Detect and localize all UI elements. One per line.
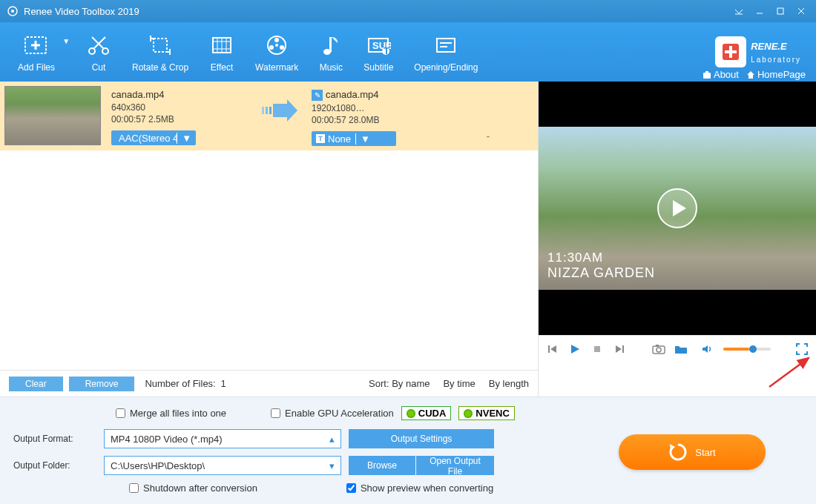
output-filename: ✎canada.mp4 [312,89,450,101]
brand-text: RENE.E Laboratory [751,38,801,67]
close-button[interactable] [792,4,810,19]
svg-point-25 [275,44,278,47]
svg-rect-39 [269,107,272,114]
input-resolution: 640x360 [111,102,249,113]
card-icon [433,31,458,59]
chevron-up-icon: ▴ [329,434,335,445]
volume-slider[interactable] [723,348,771,351]
minimize-button[interactable] [751,4,769,19]
preview-panel: 11:30AM NIZZA GARDEN [539,82,816,397]
file-list-panel: canada.mp4 640x360 00:00:57 2.5MB AAC(St… [0,82,539,397]
volume-icon[interactable] [701,342,714,356]
svg-rect-32 [437,39,455,52]
audio-tag-dropdown[interactable]: AAC(Stereo 4 ▼ [111,130,196,145]
snapshot-button[interactable] [652,342,665,356]
list-footer: Clear Remove Number of Files: 1 Sort: By… [0,370,538,397]
rotate-crop-button[interactable]: Rotate & Crop [122,22,199,82]
homepage-link[interactable]: HomePage [746,69,806,80]
next-button[interactable] [613,342,626,356]
reel-icon [264,31,289,59]
sort-label: Sort: By name [369,378,430,389]
shutdown-checkbox[interactable]: Shutdown after conversion [129,483,257,494]
menu-caret-icon[interactable] [730,4,748,19]
titlebar: Renee Video Toolbox 2019 [0,0,816,22]
svg-point-22 [274,38,279,42]
window-title: Renee Video Toolbox 2019 [24,6,139,17]
svg-point-1 [11,10,14,13]
subtitle-button[interactable]: SUBT Subtitle [353,22,404,82]
nvenc-badge: NVENC [458,406,515,420]
sort-by-name[interactable]: By name [392,378,430,389]
output-folder-combo[interactable]: C:\Users\HP\Desktop\ ▾ [104,456,341,475]
output-format-label: Output Format: [13,434,96,444]
browse-button[interactable]: Browse [349,456,415,475]
svg-rect-27 [329,37,332,52]
sort-by-time[interactable]: By time [443,378,475,389]
open-output-file-button[interactable]: Open Output File [416,456,494,475]
sort-by-length[interactable]: By length [489,378,529,389]
fullscreen-button[interactable] [795,342,809,356]
cut-button[interactable]: Cut [76,22,122,82]
player-controls [539,335,816,362]
play-button[interactable] [568,342,582,356]
output-settings-button[interactable]: Output Settings [349,429,494,448]
output-format-combo[interactable]: MP4 1080P Video (*.mp4) ▴ [104,429,341,448]
stop-button[interactable] [590,342,604,356]
svg-text:T: T [384,45,389,56]
svg-rect-36 [705,71,708,73]
edit-icon[interactable]: ✎ [312,90,323,101]
music-note-icon [321,31,340,59]
output-resolution: 1920x1080… [312,103,450,113]
merge-checkbox[interactable]: Merge all files into one [116,408,226,419]
gpu-checkbox[interactable]: Enable GPU Acceleration [271,408,394,419]
clear-button[interactable]: Clear [9,377,63,391]
svg-point-24 [280,45,284,50]
scissors-icon [86,31,111,59]
annotation-arrow [766,354,816,391]
add-files-icon [23,31,50,59]
input-duration-size: 00:00:57 2.5MB [111,114,249,125]
svg-rect-43 [622,345,624,353]
svg-rect-37 [262,107,264,114]
svg-line-47 [769,358,809,387]
cuda-badge: CUDA [401,406,452,420]
play-overlay-button[interactable] [657,188,698,229]
text-tag-dropdown[interactable]: TNone ▼ [312,131,396,146]
first-aid-icon [715,36,746,67]
opening-ending-button[interactable]: Opening/Ending [404,22,488,82]
effect-button[interactable]: Effect [199,22,245,82]
main-toolbar: Add Files ▼ Cut Rotate & Crop Effect Wat… [0,22,816,82]
status-cell: - [467,130,509,142]
svg-rect-4 [777,8,783,14]
arrow-right-icon [257,99,301,122]
input-filename: canada.mp4 [111,89,249,100]
svg-rect-46 [656,345,659,347]
previous-button[interactable] [546,342,559,356]
output-folder-label: Output Folder: [13,460,96,471]
watermark-button[interactable]: Watermark [245,22,309,82]
file-row[interactable]: canada.mp4 640x360 00:00:57 2.5MB AAC(St… [0,82,538,150]
show-preview-checkbox[interactable]: Show preview when converting [346,483,493,494]
add-files-button[interactable]: Add Files ▼ [7,22,76,82]
svg-line-13 [92,37,104,49]
remove-button[interactable]: Remove [69,377,135,391]
start-button[interactable]: Start [619,434,766,470]
maximize-button[interactable] [771,4,789,19]
brand-block: RENE.E Laboratory [715,36,809,67]
video-preview[interactable]: 11:30AM NIZZA GARDEN [539,82,816,335]
svg-line-12 [93,37,105,49]
output-duration-size: 00:00:57 28.0MB [312,115,450,125]
file-count: Number of Files: 1 [145,378,226,389]
svg-rect-35 [703,73,711,79]
output-panel: Merge all files into one Enable GPU Acce… [0,397,816,504]
chevron-down-icon: ▾ [329,460,335,471]
refresh-icon [668,442,688,462]
chevron-down-icon: ▼ [62,37,70,45]
subtitle-icon: SUBT [366,31,391,59]
open-folder-button[interactable] [674,342,688,356]
app-logo-icon [6,4,19,18]
music-button[interactable]: Music [309,22,353,82]
about-link[interactable]: About [703,69,739,80]
svg-rect-14 [154,39,167,52]
svg-point-45 [657,348,661,352]
